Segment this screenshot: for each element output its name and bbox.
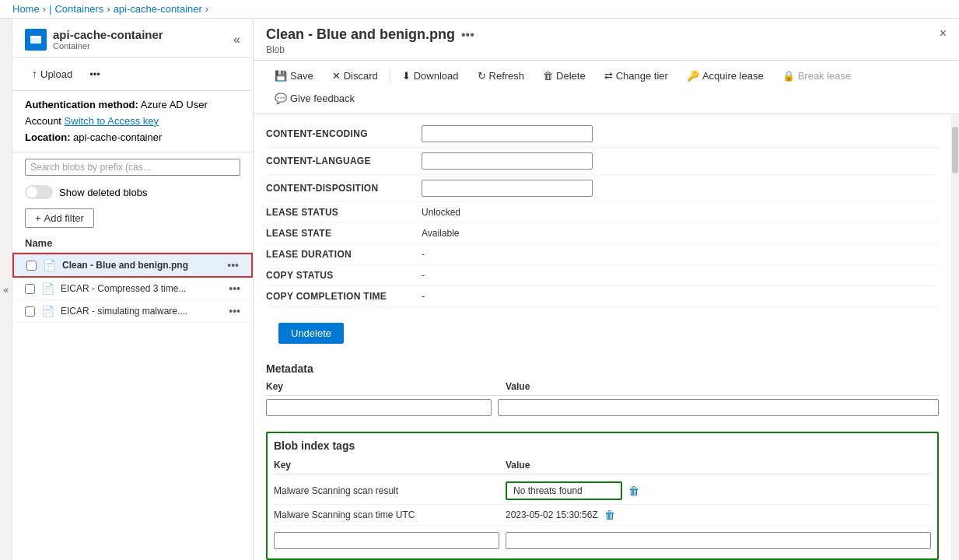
detail-panel: Clean - Blue and benign.png ••• Blob × 💾…: [254, 19, 959, 560]
refresh-label: Refresh: [489, 70, 525, 82]
detail-more-button[interactable]: •••: [461, 28, 474, 42]
list-item-more[interactable]: •••: [227, 259, 239, 271]
auth-method-row: Authentication method: Azure AD User Acc…: [25, 97, 240, 130]
blob-index-tags-section: Blob index tags Key Value Malware Scanni…: [266, 432, 939, 560]
upload-icon: ↑: [32, 68, 37, 80]
break-lease-button[interactable]: 🔒 Break lease: [774, 65, 860, 86]
name-col-label: Name: [25, 237, 52, 249]
upload-button[interactable]: ↑ Upload: [25, 64, 79, 84]
give-feedback-button[interactable]: 💬 Give feedback: [266, 88, 363, 109]
sidebar-header: api-cache-container Container «: [12, 19, 253, 58]
breadcrumb-containers[interactable]: Containers: [54, 3, 103, 15]
blob-index-title: Blob index tags: [274, 439, 931, 452]
download-button[interactable]: ⬇ Download: [394, 65, 467, 86]
refresh-button[interactable]: ↻ Refresh: [469, 65, 534, 86]
sidebar: api-cache-container Container « ↑ Upload…: [12, 19, 254, 560]
new-tag-value-input[interactable]: [506, 532, 931, 549]
sidebar-file-list: 📄 Clean - Blue and benign.png ••• 📄 EICA…: [12, 253, 253, 560]
tag-row: Malware Scanning scan result No threats …: [274, 478, 931, 505]
search-input-wrap[interactable]: [25, 159, 240, 176]
undelete-button[interactable]: Undelete: [278, 323, 344, 344]
sidebar-list-header: Name: [12, 234, 253, 253]
sidebar-collapse-btn[interactable]: «: [233, 33, 240, 47]
metadata-row: [266, 396, 939, 419]
download-icon: ⬇: [402, 70, 411, 82]
scrollbar[interactable]: [951, 114, 959, 560]
list-item-more[interactable]: •••: [229, 305, 240, 317]
detail-title-block: Clean - Blue and benign.png ••• Blob: [266, 26, 474, 55]
acquire-lease-button[interactable]: 🔑 Acquire lease: [678, 65, 772, 86]
copy-status-value: -: [422, 270, 939, 281]
delete-icon: 🗑: [543, 70, 553, 82]
download-label: Download: [414, 70, 459, 82]
change-tier-label: Change tier: [616, 70, 668, 82]
new-tag-key-input[interactable]: [274, 532, 499, 549]
file-icon: 📄: [41, 282, 54, 295]
prop-row-lease-duration: LEASE DURATION -: [266, 244, 939, 265]
prop-label: COPY STATUS: [266, 270, 422, 281]
show-deleted-toggle[interactable]: [25, 185, 53, 199]
prop-row-copy-status: COPY STATUS -: [266, 265, 939, 286]
list-item-more[interactable]: •••: [229, 282, 240, 295]
prop-row-lease-status: LEASE STATUS Unlocked: [266, 202, 939, 223]
undelete-area: Undelete: [254, 313, 951, 356]
switch-access-key-link[interactable]: Switch to Access key: [65, 115, 159, 127]
tag-key: Malware Scanning scan result: [274, 485, 499, 496]
add-filter-button[interactable]: + Add filter: [25, 208, 94, 228]
metadata-value-col: Value: [506, 381, 939, 392]
list-item[interactable]: 📄 Clean - Blue and benign.png •••: [12, 253, 253, 278]
breadcrumb-container-name[interactable]: api-cache-container: [114, 3, 202, 15]
tag-delete-button[interactable]: 🗑: [628, 485, 639, 497]
copy-completion-value: -: [422, 291, 939, 302]
breadcrumb-home[interactable]: Home: [12, 3, 40, 15]
give-feedback-label: Give feedback: [290, 93, 355, 104]
more-icon: •••: [89, 68, 100, 80]
content-encoding-input[interactable]: [422, 125, 593, 142]
prop-row-copy-completion: COPY COMPLETION TIME -: [266, 286, 939, 307]
discard-button[interactable]: ✕ Discard: [324, 65, 387, 86]
tags-value-col: Value: [506, 460, 931, 471]
lease-duration-value: -: [422, 249, 939, 260]
list-item[interactable]: 📄 EICAR - simulating malware.... •••: [12, 300, 253, 323]
detail-close-button[interactable]: ×: [940, 26, 947, 40]
breadcrumb-sep3: ›: [205, 3, 208, 15]
content-disposition-input[interactable]: [422, 180, 593, 197]
content-language-input[interactable]: [422, 152, 593, 170]
search-input[interactable]: [30, 162, 235, 173]
tags-header: Key Value: [274, 457, 931, 474]
metadata-title: Metadata: [254, 356, 951, 378]
new-tag-row: [274, 529, 931, 552]
add-filter-label: Add filter: [44, 212, 84, 224]
file-icon: 📄: [41, 305, 54, 317]
change-tier-button[interactable]: ⇄ Change tier: [596, 65, 677, 86]
list-item-checkbox[interactable]: [25, 306, 35, 317]
list-item-checkbox[interactable]: [26, 261, 37, 271]
prop-row-disposition: CONTENT-DISPOSITION: [266, 175, 939, 202]
file-name: Clean - Blue and benign.png: [62, 260, 221, 271]
list-item-checkbox[interactable]: [25, 284, 35, 294]
metadata-key-input[interactable]: [266, 399, 492, 416]
sidebar-filter-area: + Add filter: [12, 205, 253, 234]
save-button[interactable]: 💾 Save: [266, 65, 322, 86]
list-item[interactable]: 📄 EICAR - Compressed 3 time... •••: [12, 278, 253, 300]
breadcrumb-sep1: ›: [43, 3, 46, 15]
breadcrumb: Home › | Containers › api-cache-containe…: [0, 0, 959, 19]
scroll-thumb[interactable]: [952, 127, 958, 173]
metadata-header: Key Value: [266, 378, 939, 396]
lease-status-value: Unlocked: [422, 207, 939, 218]
sidebar-more-button[interactable]: •••: [82, 65, 107, 84]
refresh-icon: ↻: [478, 70, 486, 82]
file-icon: 📄: [43, 259, 56, 271]
prop-label: LEASE STATE: [266, 228, 422, 239]
svg-rect-1: [30, 36, 41, 38]
give-feedback-icon: 💬: [275, 93, 287, 104]
metadata-value-input[interactable]: [498, 399, 939, 416]
discard-icon: ✕: [332, 70, 341, 82]
sidebar-collapse-strip[interactable]: «: [0, 19, 12, 560]
tag-value-highlighted: No threats found: [506, 481, 622, 500]
tag-delete-button[interactable]: 🗑: [604, 509, 615, 521]
prop-label: LEASE DURATION: [266, 249, 422, 260]
detail-title: Clean - Blue and benign.png: [266, 26, 455, 43]
delete-button[interactable]: 🗑 Delete: [534, 65, 594, 86]
show-deleted-label: Show deleted blobs: [59, 187, 147, 198]
